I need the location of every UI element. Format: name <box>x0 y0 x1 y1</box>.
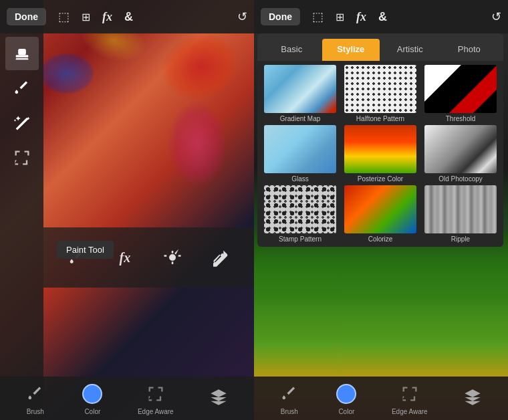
filter-halftone-label: Halftone Pattern <box>356 115 404 122</box>
filter-tabs: Basic Stylize Artistic Photo <box>257 33 503 61</box>
filter-glass[interactable]: Glass <box>261 125 339 183</box>
filter-colorize-thumb <box>344 185 416 233</box>
right-edge-aware-label: Edge Aware <box>392 408 428 415</box>
color-circle-icon <box>80 382 104 406</box>
splash-pink <box>167 100 227 187</box>
tab-photo[interactable]: Photo <box>440 39 499 61</box>
stamp-tool[interactable] <box>5 37 39 70</box>
filter-posterize-thumb <box>344 125 416 173</box>
edge-aware-icon <box>144 382 168 406</box>
filter-gradient-map-thumb <box>264 65 336 113</box>
filter-old-photocopy-thumb <box>424 125 497 173</box>
right-ampersand-icon[interactable]: & <box>378 10 387 24</box>
left-panel: Done ⬚ ⊞ fx & ↺ <box>0 0 254 420</box>
layers-bottom-tool[interactable] <box>207 385 231 411</box>
filter-glass-thumb <box>264 125 336 173</box>
right-brush-label: Brush <box>281 408 298 415</box>
right-layers-tool[interactable] <box>461 385 485 411</box>
right-layers-icon <box>461 385 485 409</box>
right-edge-aware-icon <box>398 382 422 406</box>
right-done-button[interactable]: Done <box>261 8 300 25</box>
right-adjustments-icon[interactable]: ⊞ <box>336 11 344 23</box>
edge-aware-bottom-tool[interactable]: Edge Aware <box>138 382 174 415</box>
filter-threshold[interactable]: Threshold <box>422 65 499 122</box>
right-fx-icon[interactable]: fx <box>356 10 366 24</box>
marquee-icon[interactable]: ⬚ <box>58 9 70 24</box>
left-toolbar <box>0 0 43 420</box>
tab-stylize[interactable]: Stylize <box>322 39 380 61</box>
fx-sub-tool[interactable]: fx <box>111 243 139 272</box>
tab-basic[interactable]: Basic <box>263 39 321 61</box>
filter-old-photocopy-label: Old Photocopy <box>438 175 483 183</box>
filter-gradient-map-label: Gradient Map <box>280 115 321 122</box>
filter-posterize[interactable]: Posterize Color <box>342 125 419 183</box>
brush-tool[interactable] <box>5 72 39 105</box>
layers-icon <box>207 385 231 409</box>
right-brush-tool[interactable]: Brush <box>277 382 301 415</box>
filter-grid: Gradient Map Halftone Pattern Threshold <box>257 61 503 247</box>
filter-threshold-label: Threshold <box>446 115 475 122</box>
ampersand-icon[interactable]: & <box>124 10 133 24</box>
svg-rect-1 <box>18 49 26 55</box>
filter-panel: Basic Stylize Artistic Photo Gradient Ma… <box>257 33 503 247</box>
splash-red <box>152 21 250 112</box>
filter-colorize[interactable]: Colorize <box>342 185 419 243</box>
color-bottom-label: Color <box>84 408 100 415</box>
filter-stamp-thumb <box>264 185 336 233</box>
right-header: Done ⬚ ⊞ fx & ↺ <box>254 0 508 33</box>
left-done-button[interactable]: Done <box>7 8 46 25</box>
magic-wand-tool[interactable] <box>5 106 39 140</box>
filter-halftone[interactable]: Halftone Pattern <box>342 65 419 122</box>
adjustments-icon[interactable]: ⊞ <box>82 11 90 23</box>
right-marquee-icon[interactable]: ⬚ <box>312 9 324 24</box>
right-panel: Done ⬚ ⊞ fx & ↺ Basic Stylize Artistic P… <box>254 0 508 420</box>
brush-bottom-label: Brush <box>27 408 44 415</box>
filter-ripple[interactable]: Ripple <box>422 185 499 243</box>
fx-icon[interactable]: fx <box>102 10 112 24</box>
right-color-tool[interactable]: Color <box>334 382 358 415</box>
brush-bottom-icon <box>23 382 47 406</box>
filter-posterize-label: Posterize Color <box>358 175 403 183</box>
spray-sub-tool[interactable] <box>158 243 186 272</box>
filter-ripple-thumb <box>424 185 497 233</box>
chameleon-overlay <box>254 243 508 377</box>
right-color-icon <box>334 382 358 406</box>
right-edge-aware-tool[interactable]: Edge Aware <box>392 382 428 415</box>
filter-glass-label: Glass <box>291 175 309 183</box>
svg-rect-0 <box>15 55 28 58</box>
left-bottom-toolbar: Brush Color Edge Aware <box>0 377 254 420</box>
filter-stamp[interactable]: Stamp Pattern <box>261 185 339 243</box>
filter-ripple-label: Ripple <box>451 235 470 243</box>
brush-bottom-tool[interactable]: Brush <box>23 382 47 415</box>
filter-gradient-map[interactable]: Gradient Map <box>261 65 339 122</box>
undo-icon[interactable]: ↺ <box>237 9 247 24</box>
filter-stamp-label: Stamp Pattern <box>279 235 322 243</box>
selection-tool[interactable] <box>5 141 39 175</box>
filter-old-photocopy[interactable]: Old Photocopy <box>422 125 499 183</box>
right-color-label: Color <box>338 408 354 415</box>
filter-threshold-thumb <box>424 65 497 113</box>
filter-halftone-thumb <box>344 65 416 113</box>
right-undo-icon[interactable]: ↺ <box>491 9 501 24</box>
eraser-sub-tool[interactable] <box>206 243 234 272</box>
left-header: Done ⬚ ⊞ fx & ↺ <box>0 0 254 33</box>
edge-aware-label: Edge Aware <box>138 408 174 415</box>
color-bottom-tool[interactable]: Color <box>80 382 104 415</box>
splash-blue <box>40 54 94 94</box>
right-brush-icon <box>277 382 301 406</box>
paint-tool-tooltip: Paint Tool <box>57 241 114 259</box>
filter-colorize-label: Colorize <box>368 235 393 243</box>
svg-rect-2 <box>15 58 28 60</box>
tab-artistic[interactable]: Artistic <box>381 39 439 61</box>
right-bottom-toolbar: Brush Color Edge Aware <box>254 377 508 420</box>
